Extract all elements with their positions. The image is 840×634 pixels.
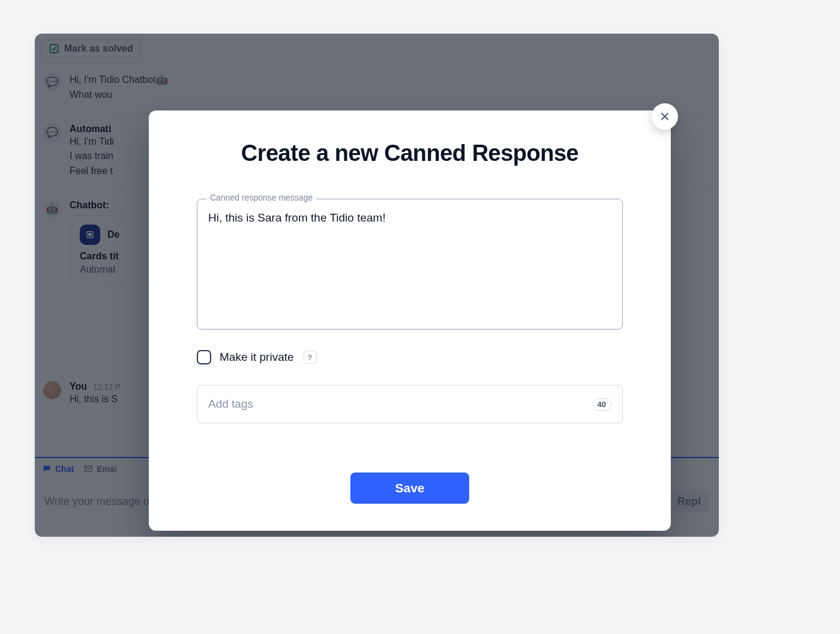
tags-field[interactable]: 40 (197, 385, 623, 423)
tags-remaining-badge: 40 (592, 398, 611, 411)
create-canned-response-modal: Create a new Canned Response Canned resp… (149, 110, 671, 531)
close-modal-button[interactable] (652, 103, 678, 130)
make-private-label: Make it private (220, 351, 294, 364)
help-icon[interactable]: ? (304, 351, 317, 364)
canned-message-input[interactable] (197, 199, 623, 330)
make-private-row: Make it private ? (197, 350, 623, 364)
canned-message-field: Canned response message (197, 199, 623, 332)
close-icon (659, 110, 671, 122)
app-window: Mark as solved 💬 Hi, I'm Tidio Chatbot🤖 … (35, 34, 719, 537)
modal-title: Create a new Canned Response (197, 140, 623, 166)
canned-message-label: Canned response message (206, 193, 316, 202)
tags-input[interactable] (208, 397, 592, 411)
make-private-checkbox[interactable] (197, 350, 211, 364)
save-button[interactable]: Save (350, 472, 469, 504)
